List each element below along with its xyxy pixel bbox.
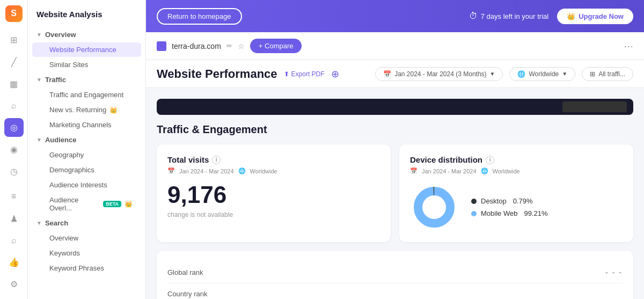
nav-section-overview[interactable]: ▼ Overview xyxy=(28,27,145,42)
date-range-label: Jan 2024 - Mar 2024 (3 Months) xyxy=(394,70,486,78)
nav-item-search-overview-label: Overview xyxy=(49,234,78,242)
domain-name: terra-dura.com xyxy=(172,42,221,50)
nav-item-website-performance-label: Website Performance xyxy=(49,46,116,54)
nav-icon-globe[interactable]: ◎ xyxy=(4,118,24,137)
device-dist-info-icon[interactable]: i xyxy=(486,156,494,164)
total-visits-label: Total visits xyxy=(167,155,209,164)
nav-icon-magnify[interactable]: ⌕ xyxy=(4,97,24,115)
traffic-filter[interactable]: ⊞ All traffi... xyxy=(582,67,633,81)
preview-image-placeholder xyxy=(562,101,627,112)
upgrade-label: Upgrade Now xyxy=(579,12,624,20)
desktop-legend-item: Desktop 0.79% xyxy=(471,197,548,205)
nav-section-audience[interactable]: ▼ Audience xyxy=(28,133,145,147)
content-area: Traffic & Engagement Total visits i 📅 Ja… xyxy=(146,88,644,299)
nav-section-traffic-label: Traffic xyxy=(45,76,66,84)
traffic-section-title: Traffic & Engagement xyxy=(157,123,633,136)
nav-item-similar-sites-label: Similar Sites xyxy=(49,61,88,69)
domain-bar: terra-dura.com ✏ ☆ + Compare ⋯ xyxy=(146,32,644,60)
nav-item-marketing-channels-label: Marketing Channels xyxy=(49,121,112,129)
nav-icon-clock[interactable]: ◷ xyxy=(4,162,24,181)
cards-row: Total visits i 📅 Jan 2024 - Mar 2024 🌐 W… xyxy=(157,144,633,242)
more-options-icon[interactable]: ⋯ xyxy=(624,40,633,52)
device-dist-geo: Worldwide xyxy=(493,168,520,174)
nav-icon-people[interactable]: ♟ xyxy=(4,209,24,228)
chevron-audience-icon: ▼ xyxy=(36,137,42,143)
nav-item-similar-sites[interactable]: Similar Sites xyxy=(32,57,141,72)
nav-item-audience-interests[interactable]: Audience Interests xyxy=(32,178,141,192)
total-visits-date: Jan 2024 - Mar 2024 xyxy=(179,168,234,174)
domain-favicon xyxy=(157,41,166,51)
nav-item-demographics[interactable]: Demographics xyxy=(32,163,141,177)
compare-button[interactable]: + Compare xyxy=(250,39,302,53)
mobile-arc xyxy=(418,191,450,223)
total-visits-title: Total visits i xyxy=(167,155,380,164)
upgrade-now-button[interactable]: 👑 Upgrade Now xyxy=(557,9,633,24)
preview-strip xyxy=(157,99,633,115)
crown-overlap-icon: 👑 xyxy=(125,200,133,208)
desktop-dot xyxy=(471,199,477,204)
nav-icon-gear[interactable]: ⚙ xyxy=(4,275,24,294)
total-visits-meta: 📅 Jan 2024 - Mar 2024 🌐 Worldwide xyxy=(167,167,380,174)
total-visits-info-icon[interactable]: i xyxy=(212,156,221,164)
nav-icon-search[interactable]: ⌕ xyxy=(4,231,24,250)
return-to-homepage-button[interactable]: Return to homepage xyxy=(157,8,242,25)
page-header: Website Performance ⬆ Export PDF ⊕ 📅 Jan… xyxy=(146,60,644,88)
app-title: Website Analysis xyxy=(28,5,145,27)
chevron-search-icon: ▼ xyxy=(36,220,42,226)
star-domain-icon[interactable]: ☆ xyxy=(238,42,245,50)
nav-section-search-label: Search xyxy=(45,219,68,227)
nav-panel: Website Analysis ▼ Overview Website Perf… xyxy=(28,0,146,299)
nav-item-audience-interests-label: Audience Interests xyxy=(49,181,107,189)
nav-item-new-returning-label: New vs. Returning xyxy=(49,106,106,114)
nav-icon-chart[interactable]: ╱ xyxy=(4,53,24,71)
nav-icon-globe2[interactable]: ◉ xyxy=(4,140,24,159)
nav-item-geography[interactable]: Geography xyxy=(32,148,141,162)
nav-item-traffic-engagement[interactable]: Traffic and Engagement xyxy=(32,87,141,102)
globe-filter-icon: 🌐 xyxy=(517,70,525,78)
top-banner: Return to homepage ⏱ 7 days left in your… xyxy=(146,0,644,32)
upload-icon: ⬆ xyxy=(284,70,289,78)
edit-domain-icon[interactable]: ✏ xyxy=(226,42,232,50)
page-title: Website Performance xyxy=(157,67,277,81)
globe-device-icon: 🌐 xyxy=(481,167,488,174)
total-visits-geo: Worldwide xyxy=(250,168,277,174)
nav-item-demographics-label: Demographics xyxy=(49,166,94,174)
calendar-icon: 📅 xyxy=(383,70,391,78)
nav-icon-dashboard[interactable]: ⊞ xyxy=(4,31,24,49)
share-icon[interactable]: ⊕ xyxy=(331,68,339,80)
globe-visits-icon: 🌐 xyxy=(238,167,246,174)
rank-card: Global rank - - - Country rank xyxy=(157,251,633,299)
global-rank-label: Global rank xyxy=(167,268,605,276)
trial-text-label: 7 days left in your trial xyxy=(481,12,548,20)
nav-item-keywords[interactable]: Keywords xyxy=(32,246,141,260)
nav-item-website-performance[interactable]: Website Performance xyxy=(32,42,141,57)
nav-section-search[interactable]: ▼ Search xyxy=(28,216,145,230)
device-dist-label: Device distribution xyxy=(410,155,482,164)
geo-label: Worldwide xyxy=(529,70,559,78)
nav-item-keyword-phrases[interactable]: Keyword Phrases xyxy=(32,261,141,275)
export-pdf-button[interactable]: ⬆ Export PDF xyxy=(284,70,325,78)
app-logo: S xyxy=(5,5,23,22)
nav-item-search-overview[interactable]: Overview xyxy=(32,231,141,245)
nav-item-traffic-engagement-label: Traffic and Engagement xyxy=(49,91,123,99)
device-legend: Desktop 0.79% Mobile Web 99.21% xyxy=(471,197,548,217)
nav-item-new-returning[interactable]: New vs. Returning 👑 xyxy=(32,103,141,117)
rank-dashes-icon: - - - xyxy=(605,268,623,276)
total-visits-card: Total visits i 📅 Jan 2024 - Mar 2024 🌐 W… xyxy=(157,144,391,242)
nav-item-marketing-channels[interactable]: Marketing Channels xyxy=(32,118,141,132)
desktop-legend-label: Desktop xyxy=(481,197,507,205)
nav-icon-thumb[interactable]: 👍 xyxy=(4,253,24,272)
date-range-filter[interactable]: 📅 Jan 2024 - Mar 2024 (3 Months) ▼ xyxy=(375,67,503,81)
calendar-visits-icon: 📅 xyxy=(167,167,175,174)
nav-section-traffic[interactable]: ▼ Traffic xyxy=(28,72,145,87)
nav-item-audience-overlap[interactable]: Audience Overl... BETA 👑 xyxy=(32,193,141,215)
nav-icon-list[interactable]: ≡ xyxy=(4,187,24,206)
mobile-dot xyxy=(471,211,477,216)
nav-icon-bar[interactable]: ▦ xyxy=(4,75,24,93)
desktop-legend-pct: 0.79% xyxy=(513,197,533,205)
nav-item-audience-overlap-label: Audience Overl... xyxy=(49,196,100,212)
geo-filter[interactable]: 🌐 Worldwide ▼ xyxy=(509,67,575,81)
traffic-label: All traffi... xyxy=(598,70,625,78)
date-chevron-icon: ▼ xyxy=(490,71,495,77)
device-card-inner: Desktop 0.79% Mobile Web 99.21% xyxy=(410,183,623,231)
